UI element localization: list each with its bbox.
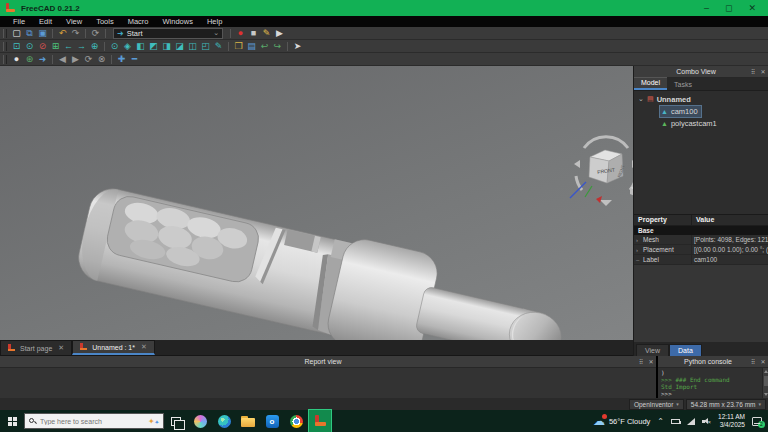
file-save-icon[interactable]: ▣ [36, 27, 49, 39]
tab-unnamed-doc[interactable]: Unnamed : 1* ✕ [72, 340, 155, 355]
menu-windows[interactable]: Windows [156, 17, 200, 26]
tab-model[interactable]: Model [634, 77, 667, 90]
tab-start-page[interactable]: Start page ✕ [0, 340, 72, 355]
toolbar-grip[interactable] [3, 55, 7, 64]
close-panel-icon[interactable]: ✕ [758, 68, 768, 75]
scrollbar[interactable] [762, 368, 768, 398]
dimension-indicator[interactable]: 54.28 mm x 23.76 mm ▾ [686, 399, 766, 410]
file-new-icon[interactable]: ▢ [10, 27, 23, 39]
task-view-button[interactable] [165, 410, 187, 432]
3d-viewport[interactable]: FRONT RIGHT z x [0, 66, 633, 340]
macro-play-icon[interactable]: ▶ [273, 27, 286, 39]
menu-tools[interactable]: Tools [89, 17, 121, 26]
menu-file[interactable]: File [6, 17, 32, 26]
volume-muted-icon[interactable]: × [702, 418, 711, 425]
macro-edit-icon[interactable]: ✎ [260, 27, 273, 39]
start-page-icon[interactable]: ➜ [36, 53, 49, 65]
zoom-out-icon[interactable]: ━ [128, 53, 141, 65]
close-panel-icon[interactable]: ✕ [646, 358, 656, 365]
toolbar-grip[interactable] [3, 42, 7, 51]
close-panel-icon[interactable]: ✕ [758, 358, 768, 365]
expand-arrow-icon[interactable]: › [636, 237, 643, 243]
macro-stop-icon[interactable]: ■ [247, 27, 260, 39]
property-column-header[interactable]: Property [634, 215, 692, 225]
undo-icon[interactable]: ↶ [56, 27, 69, 39]
tab-data[interactable]: Data [669, 344, 702, 356]
box-selection-icon[interactable]: ❒ [232, 40, 245, 52]
whats-this-icon[interactable]: ➤ [291, 40, 304, 52]
view-isometric-icon[interactable]: ◈ [121, 40, 134, 52]
nav-back-icon[interactable]: ← [62, 40, 75, 52]
view-left-icon[interactable]: ◰ [199, 40, 212, 52]
zoom-icon[interactable]: ⊙ [108, 40, 121, 52]
draw-style-icon[interactable]: ⊘ [36, 40, 49, 52]
menu-edit[interactable]: Edit [32, 17, 59, 26]
web-open-icon[interactable]: ⊛ [23, 53, 36, 65]
menu-help[interactable]: Help [200, 17, 229, 26]
expand-arrow-icon[interactable]: – [636, 257, 643, 263]
python-console-titlebar[interactable]: Python console ⠿ ✕ [658, 356, 768, 368]
browser-reload-icon[interactable]: ⟳ [82, 53, 95, 65]
menu-macro[interactable]: Macro [121, 17, 156, 26]
tree-item-unnamed[interactable]: ⌄ ▤ Unnamed [634, 93, 768, 105]
fit-selection-icon[interactable]: ⊕ [88, 40, 101, 52]
maximize-button[interactable]: ◻ [725, 3, 732, 13]
prop-mesh[interactable]: ›Mesh [Points: 4098, Edges: 12158, F... [634, 235, 768, 245]
expand-arrow-icon[interactable]: › [636, 247, 643, 253]
taskbar-search[interactable]: ✦✦ [24, 413, 164, 429]
minimize-button[interactable]: – [704, 3, 709, 13]
tray-chevron-icon[interactable]: ⌃ [657, 417, 664, 426]
copilot-button[interactable] [189, 410, 211, 432]
redo-icon[interactable]: ↷ [69, 27, 82, 39]
report-view-titlebar[interactable]: Report view ⠿ ✕ [0, 356, 656, 368]
refresh-icon[interactable]: ⟳ [89, 27, 102, 39]
ellipse-icon[interactable]: ● [10, 53, 23, 65]
view-bottom-icon[interactable]: ◫ [186, 40, 199, 52]
prop-label[interactable]: –Label cam100 [634, 255, 768, 265]
group-folder-icon[interactable]: ▤ [245, 40, 258, 52]
view-rear-icon[interactable]: ◪ [173, 40, 186, 52]
close-button[interactable]: ✕ [748, 3, 756, 13]
tab-tasks[interactable]: Tasks [667, 80, 699, 90]
link-replace-icon[interactable]: ↪ [271, 40, 284, 52]
browser-back-icon[interactable]: ◀ [56, 53, 69, 65]
notification-center-icon[interactable]: 2 [752, 417, 762, 426]
chrome-button[interactable] [285, 410, 307, 432]
tree-expander-icon[interactable]: ⌄ [638, 95, 646, 103]
python-console-output[interactable]: )>>> ### End commandStd_Import>>> [658, 368, 768, 398]
view-front-icon[interactable]: ◧ [134, 40, 147, 52]
network-icon[interactable] [687, 418, 695, 425]
toolbar-grip[interactable] [3, 29, 7, 38]
measure-icon[interactable]: ✎ [212, 40, 225, 52]
browser-forward-icon[interactable]: ▶ [69, 53, 82, 65]
taskbar-clock[interactable]: 12:11 AM 3/4/2025 [718, 413, 745, 429]
tab-close-icon[interactable]: ✕ [58, 344, 64, 352]
freecad-taskbar-button[interactable] [309, 410, 331, 432]
float-panel-icon[interactable]: ⠿ [636, 358, 646, 365]
property-group-base[interactable]: Base [634, 226, 768, 235]
view-fit-all-icon[interactable]: ⊡ [10, 40, 23, 52]
prop-placement[interactable]: ›Placement [(0.00 0.00 1.00); 0.00 °; (0… [634, 245, 768, 255]
browser-stop-icon[interactable]: ⊗ [95, 53, 108, 65]
file-explorer-button[interactable] [237, 410, 259, 432]
view-right-icon[interactable]: ◨ [160, 40, 173, 52]
tree-item-polycastcam1[interactable]: ▲ polycastcam1 [634, 117, 768, 129]
float-panel-icon[interactable]: ⠿ [748, 358, 758, 365]
value-column-header[interactable]: Value [692, 215, 718, 225]
menu-view[interactable]: View [59, 17, 89, 26]
tab-view[interactable]: View [636, 344, 669, 356]
tree-item-cam100[interactable]: ▲ cam100 [634, 105, 768, 117]
search-input[interactable] [40, 418, 144, 425]
tab-close-icon[interactable]: ✕ [141, 343, 147, 351]
battery-icon[interactable] [671, 419, 680, 424]
nav-forward-icon[interactable]: → [75, 40, 88, 52]
weather-widget[interactable]: ☁ 56°F Cloudy [593, 415, 650, 427]
search-highlights-icon[interactable]: ✦✦ [148, 417, 159, 426]
macro-record-icon[interactable]: ● [234, 27, 247, 39]
outlook-button[interactable]: o [261, 410, 283, 432]
select-box-icon[interactable]: ⊞ [49, 40, 62, 52]
zoom-in-icon[interactable]: ✚ [115, 53, 128, 65]
float-panel-icon[interactable]: ⠿ [748, 68, 758, 75]
navigation-style-selector[interactable]: OpenInventor ▾ [629, 399, 684, 410]
edge-button[interactable] [213, 410, 235, 432]
